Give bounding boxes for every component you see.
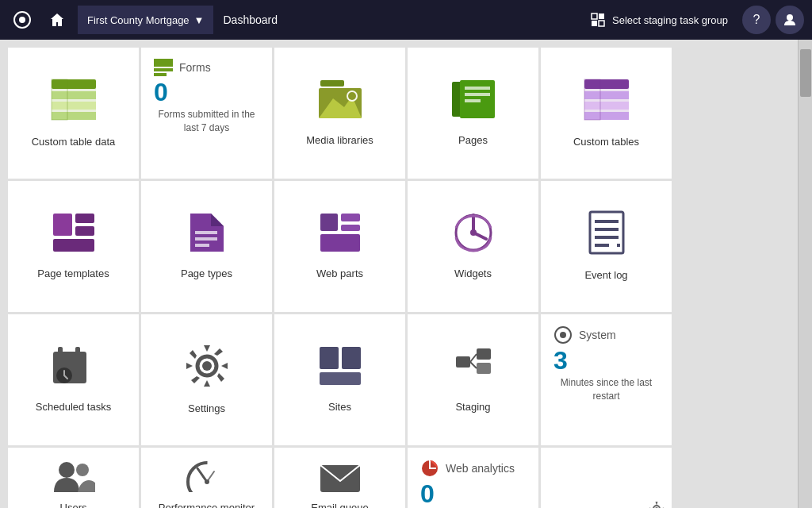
tile-page-templates[interactable]: Page templates — [8, 181, 139, 312]
forms-header: Forms — [154, 59, 211, 76]
user-button[interactable] — [776, 6, 804, 34]
svg-rect-38 — [195, 244, 209, 247]
tile-email-queue-label: Email queue — [311, 502, 368, 508]
tile-event-log-label: Event log — [584, 269, 627, 283]
svg-rect-5 — [599, 21, 604, 26]
app-name: First County Mortgage — [87, 14, 190, 26]
svg-rect-11 — [52, 112, 96, 120]
svg-rect-45 — [590, 212, 623, 253]
scrollbar-thumb[interactable] — [800, 49, 811, 97]
tile-event-log[interactable]: Event log — [541, 181, 672, 312]
tile-custom-table-data[interactable]: Custom table data — [8, 48, 139, 179]
scheduled-tasks-icon — [52, 345, 96, 393]
tile-web-parts[interactable]: Web parts — [274, 181, 405, 312]
svg-rect-15 — [154, 73, 167, 76]
svg-rect-25 — [465, 99, 481, 102]
top-navigation: First County Mortgage ▼ Dashboard Select… — [0, 0, 812, 40]
svg-point-67 — [59, 462, 75, 478]
svg-rect-42 — [320, 234, 360, 252]
tile-system[interactable]: System 3 Minutes since the last restart — [541, 314, 672, 445]
tile-email-queue[interactable]: Email queue — [274, 448, 405, 508]
svg-rect-3 — [599, 13, 604, 19]
email-queue-icon — [319, 460, 362, 497]
tile-staging-label: Staging — [455, 401, 490, 414]
svg-rect-60 — [477, 348, 491, 360]
scrollbar[interactable] — [798, 40, 812, 508]
kentico-logo-icon[interactable] — [8, 6, 36, 34]
svg-rect-58 — [342, 347, 361, 369]
svg-rect-61 — [477, 363, 491, 374]
svg-rect-27 — [584, 79, 629, 89]
tile-row-4: Users Performance monitor — [8, 448, 790, 508]
svg-point-1 — [19, 17, 25, 23]
tile-settings[interactable]: Settings — [141, 314, 272, 445]
forms-subtitle: Forms submitted in the last 7 days — [154, 108, 259, 135]
svg-rect-36 — [195, 231, 217, 234]
svg-rect-35 — [53, 239, 94, 252]
media-libraries-icon — [317, 79, 363, 126]
tile-users[interactable]: Users — [8, 448, 139, 508]
svg-rect-41 — [341, 225, 360, 231]
svg-rect-8 — [52, 79, 96, 89]
svg-rect-59 — [320, 372, 361, 385]
svg-rect-37 — [195, 237, 217, 241]
svg-rect-39 — [320, 214, 338, 231]
system-header: System — [553, 325, 616, 344]
page-types-icon — [187, 212, 227, 260]
svg-rect-62 — [456, 356, 470, 368]
svg-rect-23 — [465, 87, 490, 90]
tile-widgets[interactable]: Widgets — [408, 181, 538, 312]
tile-scheduled-tasks-label: Scheduled tasks — [36, 401, 111, 414]
tile-staging[interactable]: Staging — [408, 314, 538, 445]
tile-pages[interactable]: Pages — [408, 48, 538, 179]
tile-row-1: Custom table data Forms 0 Forms submitte… — [8, 48, 790, 179]
svg-line-63 — [470, 354, 477, 362]
sites-icon — [318, 345, 362, 393]
svg-point-6 — [787, 14, 793, 21]
svg-point-69 — [188, 463, 226, 492]
perf-monitor-icon — [186, 460, 228, 497]
web-parts-icon — [319, 212, 362, 260]
tile-sites-label: Sites — [328, 401, 351, 414]
app-switcher[interactable]: First County Mortgage ▼ — [78, 6, 213, 34]
tile-media-libraries-label: Media libraries — [306, 134, 373, 148]
help-icon: ? — [753, 13, 760, 27]
svg-rect-48 — [595, 236, 619, 239]
tile-sites[interactable]: Sites — [274, 314, 405, 445]
svg-rect-30 — [584, 112, 629, 120]
staging-tile-icon — [451, 345, 496, 393]
tile-custom-tables[interactable]: Custom tables — [541, 48, 672, 179]
svg-rect-13 — [154, 59, 173, 67]
svg-rect-47 — [595, 228, 619, 231]
tile-perf-monitor[interactable]: Performance monitor — [141, 448, 272, 508]
tile-config[interactable] — [541, 448, 672, 508]
system-title: System — [579, 329, 616, 341]
tile-row-3: Scheduled tasks — [8, 314, 790, 445]
tile-forms[interactable]: Forms 0 Forms submitted in the last 7 da… — [141, 48, 272, 179]
tile-page-types[interactable]: Page types — [141, 181, 272, 312]
svg-rect-29 — [584, 102, 629, 110]
tile-custom-tables-label: Custom tables — [573, 136, 639, 149]
svg-line-64 — [470, 362, 477, 368]
main-area: Custom table data Forms 0 Forms submitte… — [0, 40, 812, 508]
config-gear-icon[interactable] — [648, 500, 665, 508]
staging-selector[interactable]: Select staging task group — [580, 8, 737, 32]
tile-web-analytics[interactable]: Web analytics 0 — [408, 448, 538, 508]
widgets-icon — [451, 212, 496, 260]
svg-point-19 — [348, 92, 356, 100]
topnav-right-area: Select staging task group ? — [580, 6, 804, 34]
event-log-icon — [588, 210, 625, 261]
svg-rect-32 — [53, 214, 72, 236]
dashboard: Custom table data Forms 0 Forms submitte… — [0, 40, 798, 508]
svg-point-44 — [470, 229, 477, 236]
tile-media-libraries[interactable]: Media libraries — [274, 48, 405, 179]
svg-point-70 — [205, 479, 209, 484]
tile-page-types-label: Page types — [181, 267, 232, 281]
home-icon[interactable] — [43, 6, 71, 34]
svg-rect-9 — [52, 91, 96, 99]
forms-count: 0 — [154, 79, 168, 105]
help-button[interactable]: ? — [742, 6, 771, 34]
tile-page-templates-label: Page templates — [37, 267, 109, 281]
tile-scheduled-tasks[interactable]: Scheduled tasks — [8, 314, 139, 445]
tile-users-label: Users — [60, 502, 87, 508]
